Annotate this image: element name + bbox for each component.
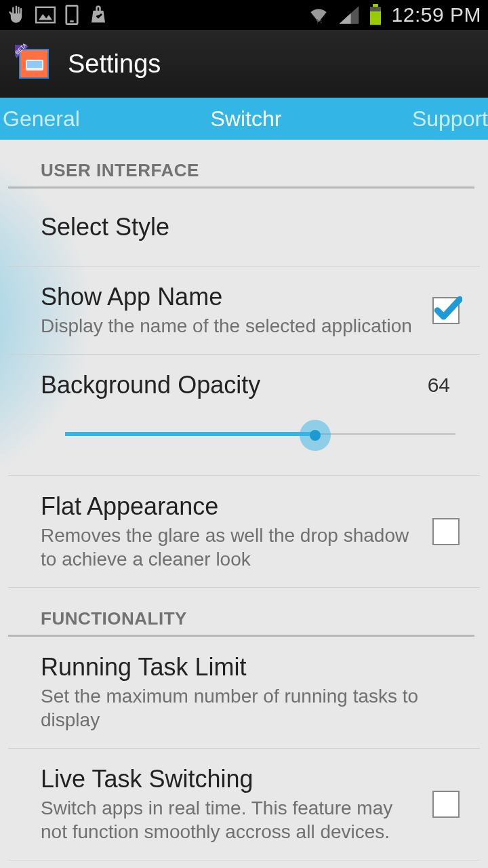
pref-title: Flat Appearance	[41, 492, 419, 521]
action-bar: BETA Settings	[0, 30, 488, 98]
pref-live-task-switching[interactable]: Live Task Switching Switch apps in real …	[8, 749, 480, 861]
pref-summary: Removes the glare as well the drop shado…	[41, 524, 419, 571]
settings-content[interactable]: USER INTERFACE Select Style Show App Nam…	[0, 140, 488, 868]
pref-value: 64	[428, 374, 460, 397]
tab-general[interactable]: General	[0, 98, 84, 140]
svg-rect-0	[36, 7, 55, 23]
tab-switchr[interactable]: Switchr	[84, 98, 408, 140]
section-header-ui: USER INTERFACE	[8, 140, 474, 189]
pref-title: Select Style	[41, 213, 446, 241]
battery-icon	[369, 4, 382, 26]
wifi-icon: ↑↓	[308, 6, 329, 24]
hand-icon	[7, 5, 26, 24]
section-header-gestures: GESTURES	[8, 861, 474, 868]
svg-rect-9	[370, 12, 381, 25]
status-notifications	[7, 5, 108, 25]
pref-title: Running Task Limit	[41, 653, 446, 682]
section-header-functionality: FUNCTIONALITY	[8, 588, 474, 637]
status-bar: ↑↓ 12:59 PM	[0, 0, 488, 30]
svg-rect-14	[27, 61, 42, 68]
slider-thumb[interactable]	[300, 420, 331, 451]
pref-select-style[interactable]: Select Style	[8, 189, 480, 267]
pref-background-opacity[interactable]: Background Opacity 64	[8, 355, 480, 476]
pref-summary: Switch apps in real time. This feature m…	[41, 796, 419, 844]
slider-fill	[65, 432, 315, 436]
svg-rect-3	[70, 20, 73, 22]
tab-bar: General Switchr Support	[0, 98, 488, 140]
tab-label: Switchr	[210, 106, 281, 132]
tab-support[interactable]: Support	[408, 98, 488, 140]
tab-label: General	[3, 106, 80, 132]
app-icon[interactable]: BETA	[12, 42, 56, 85]
svg-rect-7	[373, 4, 378, 7]
status-time: 12:59 PM	[392, 3, 481, 26]
shopping-bag-icon	[88, 5, 108, 25]
pref-title: Show App Name	[41, 283, 419, 311]
signal-icon	[339, 6, 359, 24]
phone-icon	[65, 5, 79, 25]
checkbox-flat-appearance[interactable]	[432, 518, 460, 545]
pref-title: Background Opacity	[41, 371, 260, 399]
svg-marker-6	[339, 13, 350, 24]
image-icon	[35, 6, 56, 24]
slider-thumb-inner	[310, 430, 321, 441]
pref-running-task-limit[interactable]: Running Task Limit Set the maximum numbe…	[8, 637, 480, 749]
pref-summary: Set the maximum number of running tasks …	[41, 684, 446, 732]
svg-marker-1	[39, 14, 52, 20]
status-system: ↑↓ 12:59 PM	[308, 3, 481, 26]
svg-text:↑↓: ↑↓	[316, 17, 323, 24]
checkbox-show-app-name[interactable]	[432, 297, 460, 324]
checkbox-live-task-switching[interactable]	[432, 791, 460, 818]
pref-flat-appearance[interactable]: Flat Appearance Removes the glare as wel…	[8, 476, 480, 588]
tab-label: Support	[412, 106, 488, 132]
page-title: Settings	[68, 50, 161, 79]
pref-title: Live Task Switching	[41, 765, 419, 793]
opacity-slider[interactable]	[41, 412, 460, 459]
pref-summary: Display the name of the selected applica…	[41, 314, 419, 338]
pref-show-app-name[interactable]: Show App Name Display the name of the se…	[8, 267, 480, 355]
